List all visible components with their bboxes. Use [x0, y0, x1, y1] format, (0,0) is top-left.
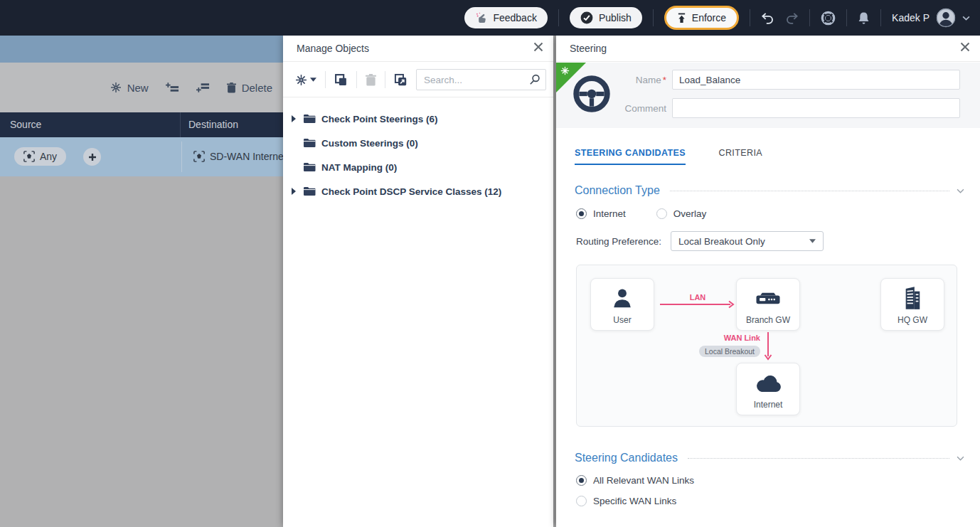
tree-item-check-point-steerings[interactable]: Check Point Steerings (6): [283, 107, 553, 131]
close-icon[interactable]: [533, 42, 543, 52]
toolbar-separator: [385, 71, 385, 88]
connection-type-radios: Internet Overlay: [576, 208, 706, 219]
wan-link-label: WAN Link: [724, 334, 760, 342]
collapse-chevron-icon[interactable]: [957, 188, 964, 193]
new-rule-label: New: [127, 82, 149, 94]
radio-overlay[interactable]: Overlay: [656, 208, 707, 219]
node-label: Branch GW: [737, 315, 799, 325]
steering-title: Steering: [570, 43, 607, 54]
destination-column-header: Destination: [188, 119, 238, 130]
topbar-separator: [750, 9, 750, 26]
appliance-icon: [737, 291, 799, 307]
chevron-down-icon: [962, 16, 970, 21]
add-rule-below-icon[interactable]: [196, 82, 210, 92]
steering-panel: Steering Name* Comment STEERING CANDIDAT…: [556, 36, 980, 527]
radio-internet[interactable]: Internet: [576, 208, 626, 219]
feedback-label: Feedback: [493, 12, 536, 23]
user-icon: [591, 287, 654, 309]
table-row[interactable]: Any SD-WAN Interne: [0, 137, 283, 176]
trash-icon[interactable]: [366, 74, 376, 86]
steering-tabs: STEERING CANDIDATES CRITERIA: [575, 146, 792, 165]
topbar-separator: [880, 9, 881, 26]
new-rule-button[interactable]: New: [110, 82, 149, 94]
new-object-button[interactable]: [295, 74, 316, 86]
radio-selected-icon: [576, 475, 587, 486]
tree-item-nat-mapping[interactable]: NAT Mapping (0): [283, 155, 553, 179]
radio-all-relevant-wan-links[interactable]: All Relevant WAN Links: [576, 475, 694, 486]
comment-input[interactable]: [672, 98, 960, 118]
feedback-button[interactable]: Feedback: [464, 7, 547, 28]
user-name: Kadek P: [892, 12, 930, 23]
user-menu[interactable]: Kadek P: [892, 8, 970, 28]
routing-preference-label: Routing Preference:: [576, 236, 661, 247]
redo-icon[interactable]: [785, 12, 799, 24]
export-icon[interactable]: [394, 73, 408, 87]
folder-icon: [303, 114, 316, 124]
caret-down-icon: [310, 78, 316, 82]
routing-preference-row: Routing Preference: Local Breakout Only: [576, 231, 824, 251]
radio-unselected-icon: [656, 208, 667, 219]
manage-objects-toolbar: [283, 62, 553, 97]
source-column-header: Source: [10, 119, 41, 130]
avatar: [936, 8, 956, 28]
dimmed-background: New Delete Source Destination: [0, 36, 283, 527]
search-box: [416, 69, 546, 90]
enforce-button[interactable]: Enforce: [664, 6, 739, 30]
add-rule-above-icon[interactable]: [166, 82, 179, 92]
topbar-separator: [846, 9, 847, 26]
topbar: Feedback Publish Enforce Kadek P: [0, 0, 980, 36]
manage-objects-title: Manage Objects: [297, 43, 369, 54]
search-magnifier-icon[interactable]: [529, 74, 540, 85]
add-source-button[interactable]: [83, 148, 101, 166]
expand-arrow-icon[interactable]: [292, 115, 297, 122]
delete-rule-button[interactable]: Delete: [227, 82, 272, 94]
bell-icon[interactable]: [858, 11, 870, 25]
column-divider: [180, 112, 181, 137]
topbar-separator: [558, 9, 559, 26]
steering-diagram: User Branch GW HQ GW Internet LAN WAN Li…: [576, 265, 957, 427]
tab-criteria[interactable]: CRITERIA: [718, 148, 762, 164]
radio-unselected-icon: [576, 496, 587, 506]
tree-item-custom-steerings[interactable]: Custom Steerings (0): [283, 131, 553, 155]
manage-objects-header: Manage Objects: [283, 36, 553, 62]
delete-rule-label: Delete: [242, 82, 272, 94]
undo-icon[interactable]: [761, 12, 774, 24]
copy-icon[interactable]: [334, 73, 348, 87]
wan-link-labels: WAN Link Local Breakout: [669, 331, 760, 357]
name-input[interactable]: [672, 70, 960, 90]
help-lifering-icon[interactable]: [821, 11, 836, 26]
source-value: Any: [40, 151, 57, 162]
trash-icon: [227, 82, 236, 93]
section-dotted-line: [670, 191, 949, 191]
wan-arrow: [764, 332, 772, 362]
search-input[interactable]: [416, 69, 546, 90]
folder-icon: [303, 186, 316, 196]
expand-arrow-icon[interactable]: [292, 188, 297, 195]
enforce-label: Enforce: [692, 12, 726, 23]
new-sparkle-icon: [295, 74, 307, 86]
tab-steering-candidates[interactable]: STEERING CANDIDATES: [575, 148, 686, 165]
source-any-pill[interactable]: Any: [14, 147, 66, 166]
toolbar-separator: [356, 71, 357, 88]
steering-candidates-section-header: Steering Candidates: [575, 450, 964, 466]
node-label: User: [591, 315, 654, 325]
new-sparkle-icon: [560, 66, 570, 75]
section-dotted-line: [688, 458, 949, 459]
steering-header: Steering: [556, 36, 980, 62]
tree-item-label: Check Point DSCP Service Classes (12): [321, 186, 501, 197]
local-breakout-badge: Local Breakout: [699, 346, 760, 357]
radio-specific-wan-links[interactable]: Specific WAN Links: [576, 496, 676, 506]
toolbar-separator: [325, 71, 326, 88]
connection-type-title: Connection Type: [575, 184, 660, 197]
cell-divider: [181, 142, 182, 172]
diagram-node-branch-gw: Branch GW: [736, 278, 800, 331]
collapse-chevron-icon[interactable]: [957, 456, 964, 461]
destination-value: SD-WAN Interne: [210, 151, 283, 162]
publish-label: Publish: [599, 12, 632, 23]
publish-button[interactable]: Publish: [570, 7, 642, 28]
tree-item-dscp-service-classes[interactable]: Check Point DSCP Service Classes (12): [283, 179, 553, 203]
destination-object[interactable]: SD-WAN Interne: [193, 147, 283, 166]
routing-preference-select[interactable]: Local Breakout Only: [671, 231, 824, 251]
comment-label: Comment: [599, 103, 666, 114]
close-icon[interactable]: [960, 42, 970, 52]
